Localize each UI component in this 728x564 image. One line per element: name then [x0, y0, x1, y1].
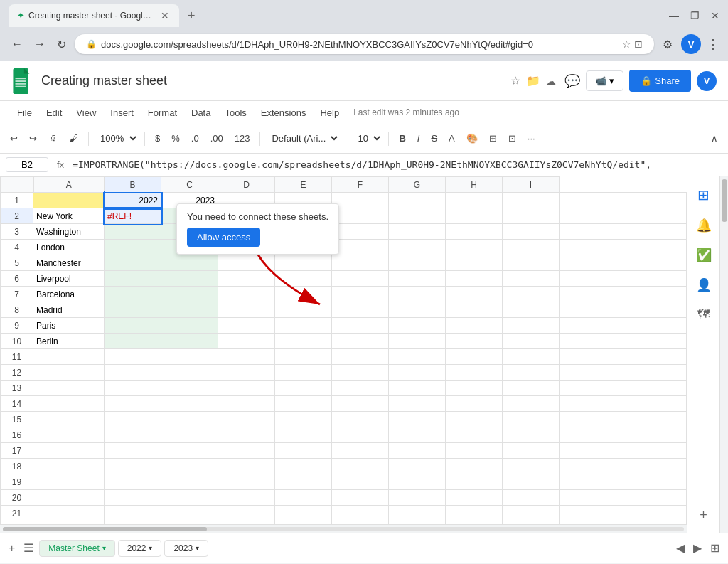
- maximize-button[interactable]: ❐: [690, 10, 700, 21]
- cell-D7[interactable]: [218, 287, 275, 302]
- cell-I13[interactable]: [503, 381, 560, 396]
- cell-G4[interactable]: [389, 240, 446, 255]
- spreadsheet-grid[interactable]: A B C D E F G H I 1202220232New York#REF…: [0, 176, 687, 524]
- cell-I7[interactable]: [503, 287, 560, 302]
- cell-G18[interactable]: [389, 459, 446, 474]
- cell-G8[interactable]: [389, 302, 446, 318]
- cell-B11[interactable]: [105, 349, 161, 365]
- cell-B1[interactable]: 2022: [105, 193, 161, 208]
- cell-B15[interactable]: [105, 412, 161, 427]
- bookmark-icon[interactable]: ☆: [622, 38, 631, 50]
- row-number-16[interactable]: 16: [1, 427, 33, 443]
- browser-tab-active[interactable]: ✦ Creating master sheet - Google S ✕: [9, 4, 179, 27]
- menu-insert[interactable]: Insert: [105, 105, 139, 121]
- cell-F7[interactable]: [332, 287, 389, 302]
- cell-E6[interactable]: [275, 271, 332, 287]
- cell-B7[interactable]: [105, 287, 161, 302]
- cell-J13[interactable]: [560, 381, 687, 396]
- add-sheet-end-button[interactable]: ⊞: [707, 538, 722, 558]
- cell-I3[interactable]: [503, 224, 560, 240]
- row-number-18[interactable]: 18: [1, 459, 33, 474]
- cell-I16[interactable]: [503, 427, 560, 443]
- cell-E20[interactable]: [275, 490, 332, 506]
- cell-H17[interactable]: [446, 443, 503, 459]
- row-number-20[interactable]: 20: [1, 490, 33, 506]
- cell-A15[interactable]: [33, 412, 105, 427]
- format-num-button[interactable]: 123: [230, 130, 255, 147]
- border-button[interactable]: ⊞: [485, 130, 501, 147]
- cell-C11[interactable]: [161, 349, 218, 365]
- cell-D8[interactable]: [218, 302, 275, 318]
- cell-G7[interactable]: [389, 287, 446, 302]
- cell-C21[interactable]: [161, 506, 218, 521]
- cell-J17[interactable]: [560, 443, 687, 459]
- cell-J10[interactable]: [560, 334, 687, 349]
- cell-G15[interactable]: [389, 412, 446, 427]
- cell-H9[interactable]: [446, 318, 503, 334]
- menu-help[interactable]: Help: [314, 105, 345, 121]
- cell-I21[interactable]: [503, 506, 560, 521]
- cell-B19[interactable]: [105, 474, 161, 490]
- cell-C9[interactable]: [161, 318, 218, 334]
- cell-H22[interactable]: [446, 521, 503, 525]
- cell-A7[interactable]: Barcelona: [33, 287, 105, 302]
- cell-H5[interactable]: [446, 255, 503, 271]
- cell-C15[interactable]: [161, 412, 218, 427]
- horizontal-scrollbar[interactable]: [0, 524, 687, 533]
- cell-E8[interactable]: [275, 302, 332, 318]
- cell-C16[interactable]: [161, 427, 218, 443]
- cell-B9[interactable]: [105, 318, 161, 334]
- cell-J8[interactable]: [560, 302, 687, 318]
- cell-D13[interactable]: [218, 381, 275, 396]
- row-number-12[interactable]: 12: [1, 365, 33, 381]
- cell-H18[interactable]: [446, 459, 503, 474]
- cell-H13[interactable]: [446, 381, 503, 396]
- scroll-left-button[interactable]: ◀: [673, 538, 687, 558]
- cell-C14[interactable]: [161, 396, 218, 412]
- cell-E19[interactable]: [275, 474, 332, 490]
- strikethrough-button[interactable]: S: [427, 130, 441, 147]
- cell-G21[interactable]: [389, 506, 446, 521]
- cell-C8[interactable]: [161, 302, 218, 318]
- menu-extensions[interactable]: Extensions: [255, 105, 312, 121]
- cell-A9[interactable]: Paris: [33, 318, 105, 334]
- cell-B12[interactable]: [105, 365, 161, 381]
- cell-I4[interactable]: [503, 240, 560, 255]
- cell-I19[interactable]: [503, 474, 560, 490]
- col-header-C[interactable]: C: [161, 177, 218, 193]
- row-number-9[interactable]: 9: [1, 318, 33, 334]
- minimize-button[interactable]: —: [669, 10, 679, 21]
- cell-D17[interactable]: [218, 443, 275, 459]
- cell-B17[interactable]: [105, 443, 161, 459]
- cell-F5[interactable]: [332, 255, 389, 271]
- cell-C5[interactable]: [161, 255, 218, 271]
- cell-E16[interactable]: [275, 427, 332, 443]
- percent-button[interactable]: %: [167, 130, 184, 147]
- cell-A16[interactable]: [33, 427, 105, 443]
- cell-D9[interactable]: [218, 318, 275, 334]
- cell-H7[interactable]: [446, 287, 503, 302]
- chat-button[interactable]: 💬: [564, 73, 580, 89]
- allow-access-button[interactable]: Allow access: [187, 228, 260, 247]
- paint-format-button[interactable]: 🖌: [65, 130, 82, 147]
- profile-button[interactable]: V: [681, 34, 701, 54]
- row-number-21[interactable]: 21: [1, 506, 33, 521]
- cloud-icon[interactable]: ☁: [546, 75, 556, 87]
- cell-I17[interactable]: [503, 443, 560, 459]
- cell-A1[interactable]: [33, 193, 105, 208]
- cell-G13[interactable]: [389, 381, 446, 396]
- cell-F1[interactable]: [332, 193, 389, 208]
- all-sheets-button[interactable]: ☰: [21, 538, 36, 558]
- row-number-7[interactable]: 7: [1, 287, 33, 302]
- cell-C22[interactable]: [161, 521, 218, 525]
- cell-I12[interactable]: [503, 365, 560, 381]
- cell-J21[interactable]: [560, 506, 687, 521]
- cell-C18[interactable]: [161, 459, 218, 474]
- col-header-G[interactable]: G: [389, 177, 446, 193]
- cell-B18[interactable]: [105, 459, 161, 474]
- col-header-D[interactable]: D: [218, 177, 275, 193]
- col-header-B[interactable]: B: [105, 177, 161, 193]
- cell-I1[interactable]: [503, 193, 560, 208]
- cell-J14[interactable]: [560, 396, 687, 412]
- add-sidebar-icon[interactable]: +: [695, 504, 712, 527]
